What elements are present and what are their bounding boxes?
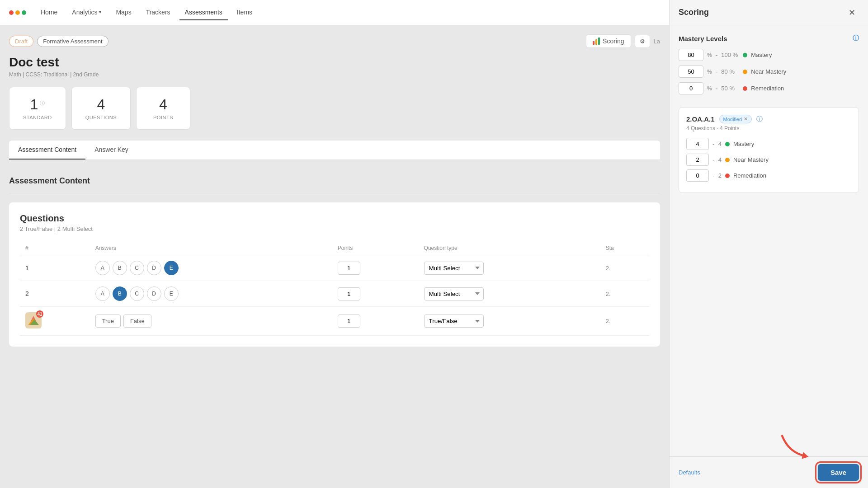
row-num: 2 xyxy=(20,281,90,307)
col-answers: Answers xyxy=(90,241,332,255)
row-std: 2. xyxy=(600,281,649,307)
panel-body: Mastery Levels ⓘ % - 100 % Mastery % - 8… xyxy=(670,25,868,456)
std-mastery-row: - 4 Mastery xyxy=(686,138,851,150)
answer-A[interactable]: A xyxy=(95,261,110,275)
tabs: Assessment Content Answer Key xyxy=(9,141,660,160)
nav-items: Home Analytics ▾ Maps Trackers Assessmen… xyxy=(35,5,258,20)
mastery-info-icon[interactable]: ⓘ xyxy=(853,34,859,42)
row-type: Multi Select True/False Multiple Choice xyxy=(419,255,600,281)
col-points: Points xyxy=(332,241,419,255)
tab-answer-key[interactable]: Answer Key xyxy=(85,141,137,160)
table-row: 1 A B C D E xyxy=(20,255,649,281)
questions-subtitle: 2 True/False | 2 Multi Select xyxy=(20,225,649,232)
standard-info-icon[interactable]: ⓘ xyxy=(756,115,763,123)
questions-title: Questions xyxy=(20,213,649,224)
save-button[interactable]: Save xyxy=(818,464,859,481)
panel-header: Scoring ✕ xyxy=(670,0,868,25)
mastery-dot-green xyxy=(743,53,747,57)
stats-cards: 1 ⓘ STANDARD 4 QUESTIONS 4 POINTS xyxy=(9,87,660,130)
mastery-dot-orange xyxy=(743,70,747,74)
std-from-mastery[interactable] xyxy=(686,138,709,150)
tab-assessment-content[interactable]: Assessment Content xyxy=(9,141,85,160)
std-from-rem[interactable] xyxy=(686,169,709,182)
nav-analytics[interactable]: Analytics ▾ xyxy=(66,5,107,20)
mastery-row-near: % - 80 % Near Mastery xyxy=(679,66,859,78)
row-points xyxy=(332,255,419,281)
nav-assessments[interactable]: Assessments xyxy=(179,5,228,20)
stat-points: 4 POINTS xyxy=(136,87,190,130)
row-num: 41 xyxy=(20,307,90,336)
row-tf-answers: True False xyxy=(90,307,332,336)
standard-section: 2.OA.A.1 Modified ✕ ⓘ 4 Questions · 4 Po… xyxy=(679,107,859,193)
badge-count: 41 xyxy=(36,310,43,318)
scoring-button[interactable]: Scoring xyxy=(586,34,631,48)
close-button[interactable]: ✕ xyxy=(845,6,859,19)
answer-E[interactable]: E xyxy=(164,286,179,301)
points-input-2[interactable] xyxy=(338,287,360,300)
mastery-from-mastery[interactable] xyxy=(679,49,703,61)
std-dot-green xyxy=(725,142,730,146)
logo xyxy=(9,10,26,15)
gear-button[interactable]: ⚙ xyxy=(635,35,650,48)
type-select-3[interactable]: True/False Multi Select Multiple Choice xyxy=(424,314,484,328)
panel-title: Scoring xyxy=(679,8,709,17)
answer-D[interactable]: D xyxy=(147,286,161,301)
panel-footer: Defaults Save xyxy=(670,456,868,488)
row-num: 1 xyxy=(20,255,90,281)
points-input-3[interactable] xyxy=(338,314,360,328)
mastery-from-rem[interactable] xyxy=(679,82,703,94)
avatar-badge: 41 xyxy=(25,312,42,328)
answer-E[interactable]: E xyxy=(164,261,179,275)
defaults-button[interactable]: Defaults xyxy=(679,469,700,476)
stat-number-points: 4 xyxy=(150,96,176,113)
badges: Draft Formative Assessment xyxy=(9,36,108,47)
answer-B[interactable]: B xyxy=(113,261,127,275)
mastery-row-remediation: % - 50 % Remediation xyxy=(679,82,859,94)
draft-badge[interactable]: Draft xyxy=(9,36,33,47)
nav-items-tab[interactable]: Items xyxy=(231,5,258,20)
nav-trackers[interactable]: Trackers xyxy=(141,5,176,20)
row-std: 2. xyxy=(600,307,649,336)
answer-C[interactable]: C xyxy=(130,286,144,301)
points-input-1[interactable] xyxy=(338,262,360,275)
std-from-near[interactable] xyxy=(686,154,709,166)
type-select-2[interactable]: Multi Select True/False Multiple Choice xyxy=(424,287,484,300)
std-rem-label: Remediation xyxy=(733,172,766,179)
row-points xyxy=(332,281,419,307)
std-near-row: - 4 Near Mastery xyxy=(686,154,851,166)
nav-maps[interactable]: Maps xyxy=(110,5,137,20)
answer-B[interactable]: B xyxy=(113,286,127,301)
std-dot-red xyxy=(725,174,730,178)
answer-C[interactable]: C xyxy=(130,261,144,275)
row-type: True/False Multi Select Multiple Choice xyxy=(419,307,600,336)
row-type: Multi Select True/False Multiple Choice xyxy=(419,281,600,307)
col-num: # xyxy=(20,241,90,255)
top-right-actions: Scoring ⚙ La xyxy=(586,34,660,48)
stat-number-questions: 4 xyxy=(85,96,117,113)
type-select-1[interactable]: Multi Select True/False Multiple Choice xyxy=(424,262,484,275)
mastery-label-rem: Remediation xyxy=(751,85,784,92)
stat-number-standard: 1 xyxy=(30,96,38,113)
col-type: Question type xyxy=(419,241,600,255)
answer-A[interactable]: A xyxy=(95,286,110,301)
info-icon-standard[interactable]: ⓘ xyxy=(40,100,45,107)
row-std: 2. xyxy=(600,255,649,281)
false-button[interactable]: False xyxy=(123,314,151,328)
true-button[interactable]: True xyxy=(95,314,121,328)
top-bar: Draft Formative Assessment Scoring ⚙ La xyxy=(9,34,660,48)
table-row: 41 True False True/False xyxy=(20,307,649,336)
standard-badge: Modified ✕ xyxy=(719,115,752,123)
main-content: Draft Formative Assessment Scoring ⚙ La … xyxy=(0,25,669,488)
badge-close-icon[interactable]: ✕ xyxy=(744,116,748,122)
row-answers: A B C D E xyxy=(90,255,332,281)
mastery-levels-title: Mastery Levels ⓘ xyxy=(679,34,859,42)
mastery-from-near[interactable] xyxy=(679,66,703,78)
scoring-icon xyxy=(593,38,600,45)
answer-D[interactable]: D xyxy=(147,261,161,275)
nav-home[interactable]: Home xyxy=(35,5,63,20)
standard-code: 2.OA.A.1 xyxy=(686,115,715,123)
col-std: Sta xyxy=(600,241,649,255)
mastery-row-mastery: % - 100 % Mastery xyxy=(679,49,859,61)
formative-badge[interactable]: Formative Assessment xyxy=(37,36,108,47)
standard-header: 2.OA.A.1 Modified ✕ ⓘ xyxy=(686,115,851,123)
